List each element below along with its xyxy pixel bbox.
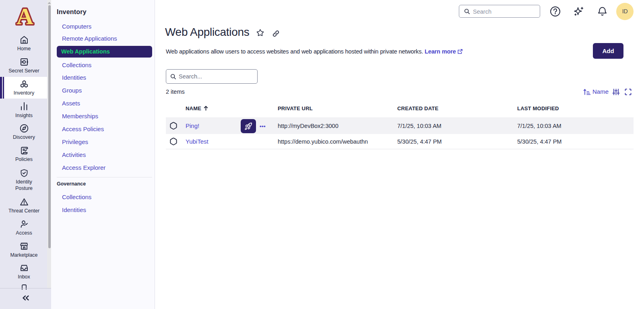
svg-text:A: A — [17, 4, 33, 27]
